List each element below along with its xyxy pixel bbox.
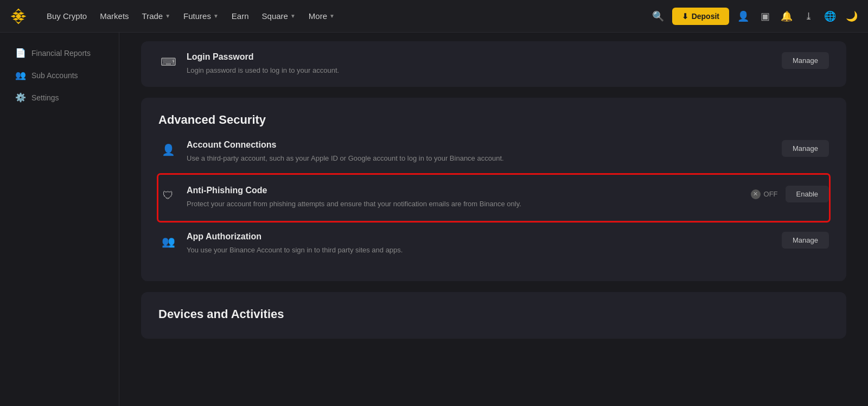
app-authorization-action: Manage <box>782 232 829 249</box>
anti-phishing-enable-button[interactable]: Enable <box>786 186 829 202</box>
download-icon[interactable]: ⤓ <box>801 9 816 24</box>
sidebar-item-financial-reports[interactable]: 📄 Financial Reports <box>4 42 114 64</box>
deposit-arrow-icon: ⬇ <box>682 12 688 21</box>
settings-icon: ⚙️ <box>15 92 26 103</box>
nav-more[interactable]: More ▼ <box>303 8 340 24</box>
main-header: Buy Crypto Markets Trade ▼ Futures ▼ Ear… <box>0 0 868 33</box>
anti-phishing-row: 🛡 Anti-Phishing Code Protect your accoun… <box>158 175 829 221</box>
main-content: ⌨ Login Password Login password is used … <box>119 33 868 406</box>
notification-icon[interactable]: 🔔 <box>779 9 794 24</box>
login-password-row: ⌨ Login Password Login password is used … <box>158 41 829 87</box>
sidebar-item-sub-accounts[interactable]: 👥 Sub Accounts <box>4 65 114 86</box>
square-chevron-icon: ▼ <box>290 13 296 19</box>
nav-futures[interactable]: Futures ▼ <box>178 8 224 24</box>
search-icon[interactable]: 🔍 <box>650 9 666 24</box>
profile-icon[interactable]: 👤 <box>736 9 751 24</box>
main-nav: Buy Crypto Markets Trade ▼ Futures ▼ Ear… <box>41 8 646 24</box>
page-layout: 📄 Financial Reports 👥 Sub Accounts ⚙️ Se… <box>0 33 868 406</box>
deposit-button[interactable]: ⬇ Deposit <box>672 8 729 25</box>
account-connections-manage-button[interactable]: Manage <box>782 140 829 157</box>
login-password-desc: Login password is used to log in to your… <box>187 65 523 76</box>
advanced-security-title: Advanced Security <box>158 113 829 127</box>
nav-buy-crypto[interactable]: Buy Crypto <box>41 8 92 24</box>
globe-icon[interactable]: 🌐 <box>822 9 838 24</box>
nav-markets[interactable]: Markets <box>94 8 134 24</box>
anti-phishing-content: Anti-Phishing Code Protect your account … <box>187 186 740 210</box>
wallet-icon[interactable]: ▣ <box>757 9 773 24</box>
trade-chevron-icon: ▼ <box>165 13 170 19</box>
nav-square[interactable]: Square ▼ <box>257 8 301 24</box>
account-connections-desc: Use a third-party account, such as your … <box>187 153 523 164</box>
app-authorization-title: App Authorization <box>187 232 771 242</box>
anti-phishing-desc: Protect your account from phishing attem… <box>187 199 523 210</box>
devices-activities-card: Devices and Activities <box>141 292 846 339</box>
sub-accounts-icon: 👥 <box>15 70 26 80</box>
anti-phishing-action: ✕ OFF Enable <box>751 186 829 202</box>
login-password-icon: ⌨ <box>158 52 178 72</box>
nav-earn[interactable]: Earn <box>226 8 254 24</box>
futures-chevron-icon: ▼ <box>213 13 219 19</box>
login-password-content: Login Password Login password is used to… <box>187 52 771 76</box>
advanced-security-card: Advanced Security 👤 Account Connections … <box>141 98 846 282</box>
login-password-title: Login Password <box>187 52 771 62</box>
sidebar-item-settings[interactable]: ⚙️ Settings <box>4 87 114 108</box>
account-connections-content: Account Connections Use a third-party ac… <box>187 140 771 164</box>
account-connections-action: Manage <box>782 140 829 157</box>
app-authorization-row: 👥 App Authorization You use your Binance… <box>158 221 829 267</box>
devices-activities-title: Devices and Activities <box>158 307 829 321</box>
anti-phishing-title: Anti-Phishing Code <box>187 186 740 195</box>
account-connections-icon: 👤 <box>158 140 178 160</box>
status-off-icon: ✕ <box>751 189 761 199</box>
header-right: 🔍 ⬇ Deposit 👤 ▣ 🔔 ⤓ 🌐 🌙 <box>650 8 859 25</box>
account-connections-title: Account Connections <box>187 140 771 150</box>
app-authorization-icon: 👥 <box>158 232 178 251</box>
app-authorization-content: App Authorization You use your Binance A… <box>187 232 771 256</box>
theme-icon[interactable]: 🌙 <box>844 9 859 24</box>
logo[interactable] <box>9 7 28 26</box>
login-password-card: ⌨ Login Password Login password is used … <box>141 41 846 87</box>
login-password-manage-button[interactable]: Manage <box>782 52 829 69</box>
sidebar: 📄 Financial Reports 👥 Sub Accounts ⚙️ Se… <box>0 33 119 406</box>
financial-reports-icon: 📄 <box>15 48 26 58</box>
app-authorization-manage-button[interactable]: Manage <box>782 232 829 249</box>
anti-phishing-status: ✕ OFF <box>751 189 778 199</box>
account-connections-row: 👤 Account Connections Use a third-party … <box>158 129 829 175</box>
app-authorization-desc: You use your Binance Account to sign in … <box>187 245 523 256</box>
nav-trade[interactable]: Trade ▼ <box>137 8 176 24</box>
more-chevron-icon: ▼ <box>329 13 335 19</box>
login-password-action: Manage <box>782 52 829 69</box>
anti-phishing-icon: 🛡 <box>158 186 178 205</box>
